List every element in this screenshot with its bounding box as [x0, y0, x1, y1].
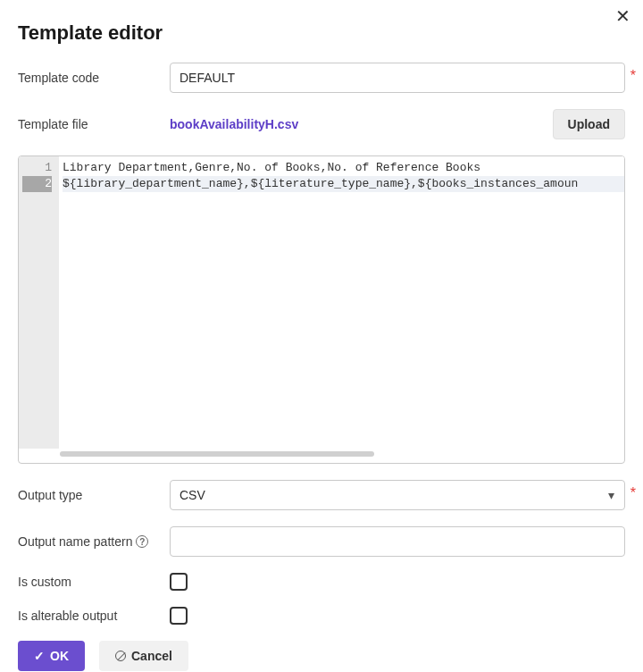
template-code-input[interactable]: [170, 63, 625, 93]
is-alterable-output-row: Is alterable output: [18, 607, 625, 625]
code-line: ${library_department_name},${literature_…: [63, 176, 624, 192]
template-code-label: Template code: [18, 71, 170, 85]
is-custom-checkbox[interactable]: [170, 573, 188, 591]
close-icon[interactable]: ✕: [615, 7, 630, 25]
line-number: 1: [22, 160, 52, 176]
template-file-label: Template file: [18, 117, 170, 131]
template-file-row: Template file bookAvailabilityH.csv Uplo…: [18, 109, 625, 139]
output-name-pattern-row: Output name pattern ?: [18, 526, 625, 557]
required-star-icon: *: [630, 68, 636, 84]
ok-button[interactable]: OK: [18, 641, 85, 671]
code-line: Library Department,Genre,No. of Books,No…: [63, 160, 624, 176]
line-number: 2: [22, 176, 52, 192]
code-gutter: 1 2: [19, 156, 59, 449]
output-name-pattern-label-wrap: Output name pattern ?: [18, 534, 170, 549]
output-type-select-wrap: CSV ▾: [170, 480, 625, 510]
dialog-actions: OK Cancel: [18, 641, 625, 671]
code-editor[interactable]: 1 2 Library Department,Genre,No. of Book…: [19, 156, 624, 449]
help-icon[interactable]: ?: [136, 535, 148, 548]
cancel-button[interactable]: Cancel: [99, 641, 188, 671]
is-alterable-output-checkbox[interactable]: [170, 607, 188, 625]
template-editor-dialog: ✕ Template editor Template code * Templa…: [0, 0, 643, 672]
template-file-link[interactable]: bookAvailabilityH.csv: [170, 117, 553, 131]
template-code-row: Template code *: [18, 63, 625, 93]
is-custom-label: Is custom: [18, 575, 170, 589]
ok-button-label: OK: [50, 649, 69, 663]
horizontal-scrollbar[interactable]: [60, 449, 583, 459]
output-name-pattern-input[interactable]: [170, 526, 625, 557]
output-type-label: Output type: [18, 488, 170, 502]
output-type-select[interactable]: CSV: [170, 480, 625, 510]
scrollbar-thumb[interactable]: [60, 451, 374, 457]
output-type-row: Output type CSV ▾ *: [18, 480, 625, 510]
required-star-icon: *: [630, 485, 636, 501]
cancel-button-label: Cancel: [131, 649, 172, 663]
check-icon: [34, 649, 45, 663]
upload-button[interactable]: Upload: [553, 109, 625, 139]
cancel-icon: [115, 651, 126, 661]
is-custom-row: Is custom: [18, 573, 625, 591]
is-alterable-output-label: Is alterable output: [18, 609, 170, 623]
output-name-pattern-label: Output name pattern: [18, 534, 132, 549]
code-content[interactable]: Library Department,Genre,No. of Books,No…: [59, 156, 624, 449]
code-editor-panel: 1 2 Library Department,Genre,No. of Book…: [18, 155, 625, 464]
dialog-title: Template editor: [18, 21, 625, 45]
